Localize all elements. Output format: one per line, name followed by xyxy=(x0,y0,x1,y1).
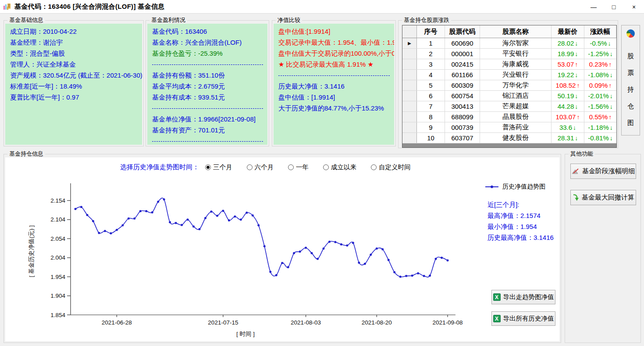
code-cell[interactable]: 600690 xyxy=(445,38,480,48)
table-row[interactable]: 5600309万华化学108.52↑0.09%↑ xyxy=(402,80,616,91)
seq-cell[interactable]: 2 xyxy=(417,49,445,59)
row-selector-cell[interactable] xyxy=(402,112,417,122)
code-cell[interactable]: 600754 xyxy=(445,91,480,101)
name-cell[interactable]: 兴业银行 xyxy=(480,70,551,80)
table-row[interactable]: 4601166兴业银行19.22↓-1.08%↓ xyxy=(402,70,616,80)
seq-cell[interactable]: 10 xyxy=(417,133,445,143)
code-cell[interactable]: 300413 xyxy=(445,101,480,111)
name-cell[interactable]: 锦江酒店 xyxy=(480,91,551,101)
price-cell[interactable]: 28.02↓ xyxy=(551,38,584,48)
table-row[interactable]: 2000001平安银行18.99↓-1.25%↓ xyxy=(402,49,616,59)
price-cell[interactable]: 44.28↓ xyxy=(551,101,584,111)
code-cell[interactable]: 600309 xyxy=(445,80,480,90)
row-selector-cell[interactable] xyxy=(402,101,417,111)
table-row[interactable]: 7300413芒果超媒44.28↓-1.56%↓ xyxy=(402,101,616,112)
column-header-4[interactable]: 最新价 xyxy=(551,25,584,38)
table-row[interactable]: 10603707健友股份28.31↓-0.81%↓ xyxy=(402,133,616,143)
stage-gain-detail-button[interactable]: 基金阶段涨幅明细 xyxy=(570,164,636,179)
pct-change-cell[interactable]: -1.25%↓ xyxy=(584,49,616,59)
row-selector-cell[interactable] xyxy=(402,49,417,59)
name-cell[interactable]: 万华化学 xyxy=(480,80,551,90)
holdings-table[interactable]: 序号股票代码股票名称最新价涨跌幅▶1600690海尔智家28.02↓-0.5%↓… xyxy=(402,25,617,148)
profit-content: 基金代码：163406基金名称：兴全合润混合(LOF)基金持仓盈亏：-25.39… xyxy=(147,24,267,145)
name-cell[interactable]: 健友股份 xyxy=(480,133,551,143)
row-selector-cell[interactable] xyxy=(402,133,417,143)
time-option-三个月[interactable]: 三个月 xyxy=(205,163,232,171)
radio-icon[interactable] xyxy=(323,164,329,170)
code-cell[interactable]: 000739 xyxy=(445,122,480,132)
radio-icon[interactable] xyxy=(247,164,253,170)
max-drawdown-label: 基金最大回撤计算 xyxy=(582,193,634,202)
table-row[interactable]: 3002415海康威视53.07↑0.23%↑ xyxy=(402,59,616,70)
column-header-1[interactable]: 序号 xyxy=(417,25,445,38)
time-option-成立以来[interactable]: 成立以来 xyxy=(323,163,356,171)
row-selector-cell[interactable] xyxy=(402,122,417,132)
pct-change-cell[interactable]: 0.55%↑ xyxy=(584,112,616,122)
code-cell[interactable]: 603707 xyxy=(445,133,480,143)
column-header-2[interactable]: 股票代码 xyxy=(445,25,480,38)
price-cell[interactable]: 103.07↑ xyxy=(551,112,584,122)
code-cell[interactable]: 601166 xyxy=(445,70,480,80)
basic-info-line-4: 资产规模：320.54亿元 (截止至：2021-06-30) xyxy=(10,70,142,81)
pct-change-cell[interactable]: -1.18%↓ xyxy=(584,122,616,132)
price-cell[interactable]: 19.22↓ xyxy=(551,70,584,80)
name-cell[interactable]: 海康威视 xyxy=(480,59,551,69)
code-cell[interactable]: 000001 xyxy=(445,49,480,59)
code-cell[interactable]: 002415 xyxy=(445,59,480,69)
table-row[interactable]: 9000739普洛药业33.6↓-1.18%↓ xyxy=(402,122,616,133)
maximize-button[interactable]: □ xyxy=(604,0,624,14)
price-cell[interactable]: 53.07↑ xyxy=(551,59,584,69)
name-cell[interactable]: 平安银行 xyxy=(480,49,551,59)
column-header-3[interactable]: 股票名称 xyxy=(480,25,551,38)
radio-icon[interactable] xyxy=(371,164,377,170)
seq-cell[interactable]: 9 xyxy=(417,122,445,132)
name-cell[interactable]: 晶晨股份 xyxy=(480,112,551,122)
basic-info-line-5: 标准差[近一年]：18.49% xyxy=(10,81,142,92)
price-cell[interactable]: 50.19↓ xyxy=(551,91,584,101)
seq-cell[interactable]: 6 xyxy=(417,91,445,101)
price-cell[interactable]: 18.99↓ xyxy=(551,49,584,59)
time-option-一年[interactable]: 一年 xyxy=(288,163,309,171)
seq-cell[interactable]: 7 xyxy=(417,101,445,111)
column-header-5[interactable]: 涨跌幅 xyxy=(584,25,616,38)
seq-cell[interactable]: 4 xyxy=(417,70,445,80)
time-option-六个月[interactable]: 六个月 xyxy=(247,163,274,171)
radio-selected-icon[interactable] xyxy=(205,164,211,170)
name-cell[interactable]: 普洛药业 xyxy=(480,122,551,132)
max-drawdown-button[interactable]: 基金最大回撤计算 xyxy=(570,190,636,205)
code-cell[interactable]: 688099 xyxy=(445,112,480,122)
pct-change-cell[interactable]: -0.81%↓ xyxy=(584,133,616,143)
stock-position-chart-button[interactable]: 股票持仓图 xyxy=(621,25,640,136)
price-cell[interactable]: 108.52↑ xyxy=(551,80,584,90)
seq-cell[interactable]: 1 xyxy=(417,38,445,48)
row-selector-cell[interactable]: ▶ xyxy=(402,38,417,48)
minimize-button[interactable]: — xyxy=(584,0,604,14)
name-cell[interactable]: 海尔智家 xyxy=(480,38,551,48)
seq-cell[interactable]: 8 xyxy=(417,112,445,122)
table-row[interactable]: ▶1600690海尔智家28.02↓-0.5%↓ xyxy=(402,38,616,49)
pct-change-cell[interactable]: -2.01%↓ xyxy=(584,91,616,101)
pct-change-cell[interactable]: -1.08%↓ xyxy=(584,70,616,80)
row-selector-cell[interactable] xyxy=(402,80,417,90)
table-row[interactable]: 6600754锦江酒店50.19↓-2.01%↓ xyxy=(402,91,616,101)
row-selector-cell[interactable] xyxy=(402,70,417,80)
row-selector-cell[interactable] xyxy=(402,91,417,101)
time-option-自定义时间[interactable]: 自定义时间 xyxy=(371,163,411,171)
name-cell[interactable]: 芒果超媒 xyxy=(480,101,551,111)
row-selector-cell[interactable] xyxy=(402,59,417,69)
seq-cell[interactable]: 5 xyxy=(417,80,445,90)
price-cell[interactable]: 28.31↓ xyxy=(551,133,584,143)
radio-icon[interactable] xyxy=(288,164,294,170)
export-trend-values-button[interactable]: X 导出走趋势图净值 xyxy=(491,290,555,304)
close-button[interactable]: × xyxy=(624,0,644,14)
pct-change-cell[interactable]: -1.56%↓ xyxy=(584,101,616,111)
price-cell[interactable]: 33.6↓ xyxy=(551,122,584,132)
net-value-line xyxy=(75,198,448,277)
pct-change-cell[interactable]: 0.23%↑ xyxy=(584,59,616,69)
pct-change-cell[interactable]: 0.09%↑ xyxy=(584,80,616,90)
compare-line-7: 大于历史净值的84.77%,小于15.23% xyxy=(278,103,394,114)
export-all-history-button[interactable]: X 导出所有历史净值 xyxy=(491,311,555,326)
pct-change-cell[interactable]: -0.5%↓ xyxy=(584,38,616,48)
table-row[interactable]: 8688099晶晨股份103.07↑0.55%↑ xyxy=(402,112,616,122)
seq-cell[interactable]: 3 xyxy=(417,59,445,69)
